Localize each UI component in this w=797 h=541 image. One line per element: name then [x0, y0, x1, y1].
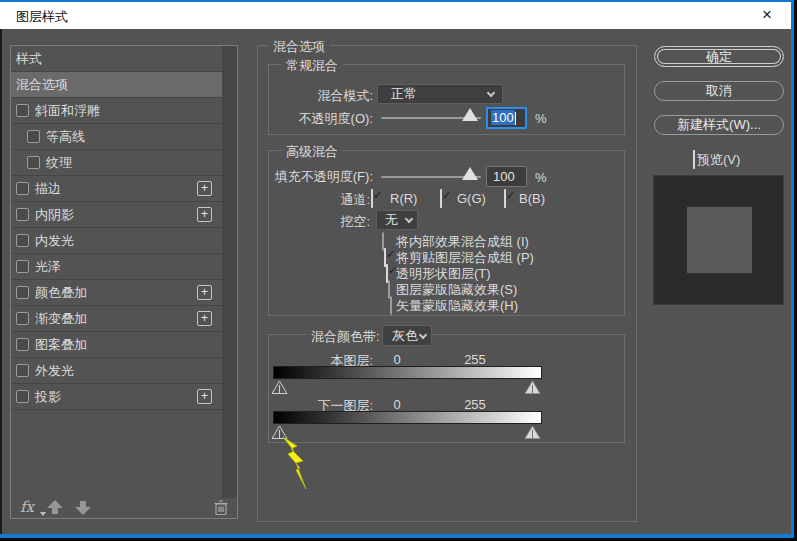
bevel-emboss-checkbox[interactable] — [16, 104, 29, 117]
channel-g-label: G(G) — [457, 191, 486, 206]
sidebar-item-outer-glow[interactable]: 外发光 — [11, 358, 222, 384]
underlying-layer-white-slider-icon[interactable] — [524, 425, 541, 440]
add-color-overlay-instance-button[interactable]: + — [197, 285, 212, 300]
window-accent-border-bottom — [0, 534, 794, 538]
vector-mask-hides-effects-label: 矢量蒙版隐藏效果(H) — [396, 297, 518, 315]
add-drop-shadow-instance-button[interactable]: + — [197, 389, 212, 404]
add-gradient-overlay-instance-button[interactable]: + — [197, 311, 212, 326]
chevron-down-icon — [487, 89, 495, 97]
styles-list-scrollbar[interactable] — [222, 46, 237, 498]
text-caret — [515, 112, 516, 125]
channels-label: 通道: — [300, 191, 370, 209]
opacity-label: 不透明度(O): — [270, 110, 373, 128]
this-layer-min-value: 0 — [390, 352, 404, 367]
chevron-down-icon — [419, 331, 427, 339]
underlying-layer-gradient-bar — [273, 411, 542, 424]
sidebar-item-gradient-overlay[interactable]: 渐变叠加+ — [11, 306, 222, 332]
knockout-dropdown[interactable]: 无 — [376, 210, 418, 230]
sidebar-item-satin[interactable]: 光泽 — [11, 254, 222, 280]
sidebar-item-styles[interactable]: 样式 — [11, 46, 222, 72]
satin-checkbox[interactable] — [16, 260, 29, 273]
texture-checkbox[interactable] — [27, 156, 40, 169]
add-stroke-instance-button[interactable]: + — [197, 181, 212, 196]
color-overlay-checkbox[interactable] — [16, 286, 29, 299]
blend-if-channel-dropdown[interactable]: 灰色 — [382, 325, 432, 346]
blend-if-group — [268, 334, 625, 443]
annotation-arrow-icon — [275, 432, 315, 494]
sidebar-item-stroke[interactable]: 描边+ — [11, 176, 222, 202]
preview-checkbox[interactable] — [693, 150, 695, 169]
window-edge-left — [0, 29, 2, 534]
this-layer-white-slider-icon[interactable] — [524, 380, 541, 395]
opacity-unit: % — [535, 111, 547, 126]
sidebar-item-drop-shadow[interactable]: 投影+ — [11, 384, 222, 410]
stroke-checkbox[interactable] — [16, 182, 29, 195]
fx-menu-caret-icon — [40, 512, 46, 516]
sidebar-item-inner-glow[interactable]: 内发光 — [11, 228, 222, 254]
channel-r-label: R(R) — [390, 191, 417, 206]
contour-checkbox[interactable] — [27, 130, 40, 143]
sidebar-item-blending-options[interactable]: 混合选项 — [11, 72, 222, 98]
fill-opacity-input[interactable]: 100 — [486, 166, 527, 187]
sidebar-item-inner-shadow[interactable]: 内阴影+ — [11, 202, 222, 228]
channel-g-checkbox[interactable] — [440, 189, 442, 208]
channel-b-label: B(B) — [519, 191, 545, 206]
blend-mode-value: 正常 — [391, 85, 417, 103]
fill-opacity-label: 填充不透明度(F): — [263, 168, 373, 186]
this-layer-black-slider-icon[interactable] — [271, 380, 288, 395]
knockout-value: 无 — [385, 211, 398, 229]
style-preview-swatch — [687, 207, 752, 273]
window-title: 图层样式 — [16, 8, 68, 26]
channel-b-checkbox[interactable] — [504, 189, 506, 208]
underlying-layer-min-value: 0 — [390, 397, 404, 412]
sidebar-item-contour[interactable]: 等高线 — [11, 124, 222, 150]
add-inner-shadow-instance-button[interactable]: + — [197, 207, 212, 222]
this-layer-gradient-bar — [273, 366, 542, 379]
fx-menu-button[interactable]: fx — [20, 498, 34, 516]
move-effect-down-icon[interactable] — [75, 500, 91, 515]
styles-list: 样式 混合选项 斜面和浮雕 等高线 纹理 描边+ 内阴影+ 内发光 光泽 颜色叠… — [10, 45, 238, 519]
vector-mask-hides-effects-checkbox[interactable] — [390, 296, 392, 315]
sidebar-item-bevel-emboss[interactable]: 斜面和浮雕 — [11, 98, 222, 124]
outer-glow-checkbox[interactable] — [16, 364, 29, 377]
sidebar-item-texture[interactable]: 纹理 — [11, 150, 222, 176]
preview-checkbox-label: 预览(V) — [697, 151, 740, 169]
fill-opacity-slider-thumb[interactable] — [462, 167, 478, 180]
blend-mode-label: 混合模式: — [270, 87, 373, 105]
drop-shadow-checkbox[interactable] — [16, 390, 29, 403]
styles-list-footer: fx — [11, 498, 237, 518]
blend-if-label: 混合颜色带: — [306, 328, 385, 346]
styles-rows: 样式 混合选项 斜面和浮雕 等高线 纹理 描边+ 内阴影+ 内发光 光泽 颜色叠… — [11, 46, 222, 410]
move-effect-up-icon[interactable] — [47, 500, 63, 515]
layer-style-dialog: 图层样式 × 样式 混合选项 斜面和浮雕 等高线 纹理 描边+ 内阴影+ 内发光… — [0, 0, 797, 541]
this-layer-max-value: 255 — [462, 352, 488, 367]
gradient-overlay-checkbox[interactable] — [16, 312, 29, 325]
window-accent-border-right — [791, 0, 794, 538]
sidebar-item-pattern-overlay[interactable]: 图案叠加 — [11, 332, 222, 358]
underlying-layer-max-value: 255 — [462, 397, 488, 412]
ok-button[interactable]: 确定 — [654, 46, 784, 67]
advanced-blending-group-label: 高级混合 — [281, 143, 343, 161]
blend-mode-dropdown[interactable]: 正常 — [377, 84, 503, 104]
pattern-overlay-checkbox[interactable] — [16, 338, 29, 351]
inner-glow-checkbox[interactable] — [16, 234, 29, 247]
knockout-label: 挖空: — [300, 213, 370, 231]
title-bar[interactable]: 图层样式 × — [0, 2, 791, 29]
channel-r-checkbox[interactable] — [371, 189, 373, 208]
general-blending-group-label: 常规混合 — [281, 57, 343, 75]
new-style-button[interactable]: 新建样式(W)... — [654, 115, 784, 135]
close-icon[interactable]: × — [757, 5, 777, 25]
sidebar-item-color-overlay[interactable]: 颜色叠加+ — [11, 280, 222, 306]
delete-effect-trash-icon[interactable] — [213, 499, 229, 516]
blending-options-group-label: 混合选项 — [268, 38, 330, 56]
cancel-button[interactable]: 取消 — [654, 81, 784, 101]
fill-opacity-unit: % — [535, 170, 547, 185]
opacity-input[interactable]: 100 — [486, 107, 527, 129]
opacity-slider-thumb[interactable] — [462, 108, 478, 121]
inner-shadow-checkbox[interactable] — [16, 208, 29, 221]
style-preview-thumbnail — [653, 175, 784, 305]
chevron-down-icon — [405, 215, 413, 223]
blend-if-channel-value: 灰色 — [392, 327, 418, 345]
